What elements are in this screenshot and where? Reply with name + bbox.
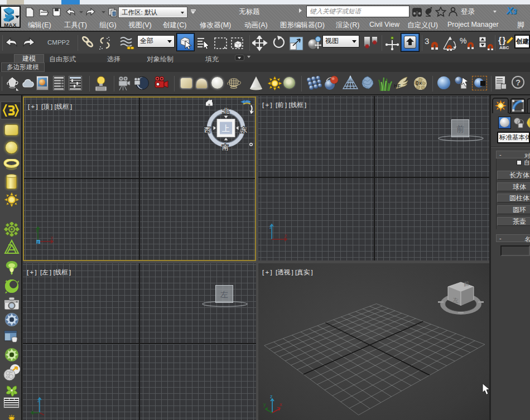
svg-text:z: z bbox=[37, 240, 39, 245]
svg-text:z: z bbox=[37, 398, 40, 403]
svg-text:x: x bbox=[51, 235, 54, 240]
svg-text:西: 西 bbox=[204, 126, 211, 134]
svg-text:z: z bbox=[269, 224, 272, 230]
svg-text:前: 前 bbox=[464, 280, 469, 287]
svg-text:北: 北 bbox=[223, 107, 229, 115]
svg-text:y: y bbox=[36, 227, 38, 233]
svg-text:x: x bbox=[285, 233, 287, 238]
svg-text:左: 左 bbox=[452, 296, 459, 303]
svg-text:y: y bbox=[263, 402, 266, 407]
svg-text:z: z bbox=[270, 394, 273, 399]
svg-text:HF: HF bbox=[394, 83, 401, 89]
svg-text:南: 南 bbox=[222, 143, 229, 151]
svg-text:x: x bbox=[280, 402, 282, 407]
svg-text:东: 东 bbox=[240, 126, 247, 134]
svg-text:上: 上 bbox=[222, 124, 230, 133]
svg-text:0×: 0× bbox=[416, 80, 422, 86]
